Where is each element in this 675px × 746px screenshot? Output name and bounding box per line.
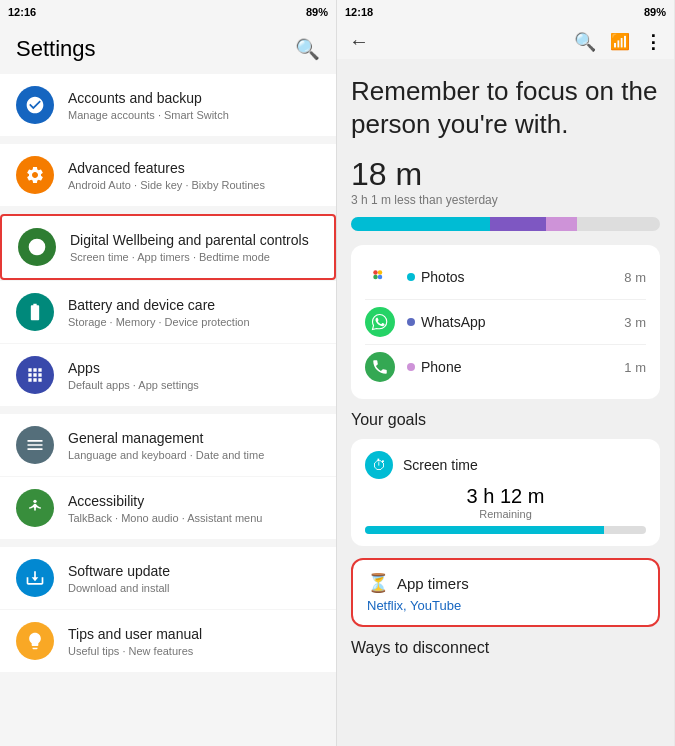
app-timers-apps[interactable]: Netflix, YouTube bbox=[367, 598, 644, 613]
settings-item-battery[interactable]: Battery and device care Storage · Memory… bbox=[0, 281, 336, 343]
screen-time-icon: ⏱ bbox=[365, 451, 393, 479]
right-panel: 12:18 89% ← 🔍 📶 ⋮ Remember to focus on t… bbox=[337, 0, 674, 746]
usage-row-whatsapp[interactable]: WhatsApp 3 m bbox=[365, 300, 646, 345]
software-title: Software update bbox=[68, 562, 320, 580]
right-time: 12:18 bbox=[345, 6, 373, 18]
accessibility-icon bbox=[16, 489, 54, 527]
phone-app-icon bbox=[365, 352, 395, 382]
apps-title: Apps bbox=[68, 359, 320, 377]
signal-icon: 📶 bbox=[610, 32, 630, 51]
goal-progress-bar bbox=[365, 526, 646, 534]
back-icon[interactable]: ← bbox=[349, 30, 369, 53]
photos-app-icon bbox=[365, 262, 395, 292]
whatsapp-app-time: 3 m bbox=[624, 315, 646, 330]
whatsapp-app-name: WhatsApp bbox=[421, 314, 624, 330]
right-header-icons: 🔍 📶 ⋮ bbox=[574, 31, 662, 53]
svg-point-5 bbox=[378, 270, 383, 275]
general-text: General management Language and keyboard… bbox=[68, 429, 320, 461]
settings-item-tips[interactable]: Tips and user manual Useful tips · New f… bbox=[0, 610, 336, 672]
left-battery: 89% bbox=[306, 6, 328, 18]
software-subtitle: Download and install bbox=[68, 582, 320, 594]
settings-item-accessibility[interactable]: Accessibility TalkBack · Mono audio · As… bbox=[0, 477, 336, 539]
search-icon[interactable]: 🔍 bbox=[295, 37, 320, 61]
wellbeing-subtitle: Screen time · App timers · Bedtime mode bbox=[70, 251, 318, 263]
progress-lavender bbox=[546, 217, 577, 231]
battery-text: Battery and device care Storage · Memory… bbox=[68, 296, 320, 328]
time-display: 18 m 3 h 1 m less than yesterday bbox=[351, 156, 660, 207]
settings-item-general[interactable]: General management Language and keyboard… bbox=[0, 414, 336, 476]
wellbeing-icon bbox=[18, 228, 56, 266]
usage-row-phone[interactable]: Phone 1 m bbox=[365, 345, 646, 389]
advanced-subtitle: Android Auto · Side key · Bixby Routines bbox=[68, 179, 320, 191]
whatsapp-dot bbox=[407, 318, 415, 326]
general-title: General management bbox=[68, 429, 320, 447]
screen-time-goal-card[interactable]: ⏱ Screen time 3 h 12 m Remaining bbox=[351, 439, 660, 546]
battery-subtitle: Storage · Memory · Device protection bbox=[68, 316, 320, 328]
accessibility-subtitle: TalkBack · Mono audio · Assistant menu bbox=[68, 512, 320, 524]
settings-item-advanced[interactable]: Advanced features Android Auto · Side ke… bbox=[0, 144, 336, 206]
svg-point-4 bbox=[373, 270, 378, 275]
screen-time-goal-label: Screen time bbox=[403, 457, 478, 473]
settings-item-apps[interactable]: Apps Default apps · App settings bbox=[0, 344, 336, 406]
settings-item-software[interactable]: Software update Download and install bbox=[0, 547, 336, 609]
svg-point-3 bbox=[33, 500, 36, 503]
svg-point-1 bbox=[34, 244, 36, 246]
accessibility-title: Accessibility bbox=[68, 492, 320, 510]
battery-icon bbox=[16, 293, 54, 331]
wellbeing-title: Digital Wellbeing and parental controls bbox=[70, 231, 318, 249]
advanced-icon bbox=[16, 156, 54, 194]
app-timers-label: App timers bbox=[397, 575, 469, 592]
phone-app-name: Phone bbox=[421, 359, 624, 375]
tips-subtitle: Useful tips · New features bbox=[68, 645, 320, 657]
photos-dot bbox=[407, 273, 415, 281]
screen-time-comparison: 3 h 1 m less than yesterday bbox=[351, 193, 660, 207]
svg-point-7 bbox=[378, 275, 383, 280]
advanced-text: Advanced features Android Auto · Side ke… bbox=[68, 159, 320, 191]
battery-title: Battery and device care bbox=[68, 296, 320, 314]
timer-icon: ⏳ bbox=[367, 572, 389, 594]
left-time: 12:16 bbox=[8, 6, 36, 18]
settings-list: Accounts and backup Manage accounts · Sm… bbox=[0, 70, 336, 746]
accounts-title: Accounts and backup bbox=[68, 89, 320, 107]
svg-point-2 bbox=[39, 244, 41, 246]
progress-teal bbox=[351, 217, 490, 231]
apps-text: Apps Default apps · App settings bbox=[68, 359, 320, 391]
left-status-bar: 12:16 89% bbox=[0, 0, 336, 24]
accounts-text: Accounts and backup Manage accounts · Sm… bbox=[68, 89, 320, 121]
more-icon[interactable]: ⋮ bbox=[644, 31, 662, 53]
software-icon bbox=[16, 559, 54, 597]
right-status-icons: 89% bbox=[644, 6, 666, 18]
general-icon bbox=[16, 426, 54, 464]
usage-row-photos[interactable]: Photos 8 m bbox=[365, 255, 646, 300]
photos-app-name: Photos bbox=[421, 269, 624, 285]
settings-header: Settings 🔍 bbox=[0, 24, 336, 70]
accounts-subtitle: Manage accounts · Smart Switch bbox=[68, 109, 320, 121]
tips-icon bbox=[16, 622, 54, 660]
goal-progress-fill bbox=[365, 526, 604, 534]
screen-time-remaining: Remaining bbox=[365, 508, 646, 520]
general-subtitle: Language and keyboard · Date and time bbox=[68, 449, 320, 461]
app-timers-card[interactable]: ⏳ App timers Netflix, YouTube bbox=[351, 558, 660, 627]
usage-progress-bar bbox=[351, 217, 660, 231]
screen-time-goal-value: 3 h 12 m bbox=[365, 485, 646, 508]
progress-purple bbox=[490, 217, 546, 231]
goals-section-title: Your goals bbox=[351, 411, 660, 429]
tips-title: Tips and user manual bbox=[68, 625, 320, 643]
settings-item-accounts[interactable]: Accounts and backup Manage accounts · Sm… bbox=[0, 74, 336, 136]
phone-app-time: 1 m bbox=[624, 360, 646, 375]
app-usage-card: Photos 8 m WhatsApp 3 m Phone 1 m bbox=[351, 245, 660, 399]
search-icon-right[interactable]: 🔍 bbox=[574, 31, 596, 53]
settings-item-wellbeing[interactable]: Digital Wellbeing and parental controls … bbox=[0, 214, 336, 280]
apps-icon bbox=[16, 356, 54, 394]
software-text: Software update Download and install bbox=[68, 562, 320, 594]
phone-dot bbox=[407, 363, 415, 371]
accessibility-text: Accessibility TalkBack · Mono audio · As… bbox=[68, 492, 320, 524]
right-nav-header: ← 🔍 📶 ⋮ bbox=[337, 24, 674, 59]
right-content: Remember to focus on the person you're w… bbox=[337, 59, 674, 746]
whatsapp-app-icon bbox=[365, 307, 395, 337]
settings-title: Settings bbox=[16, 36, 96, 62]
photos-app-time: 8 m bbox=[624, 270, 646, 285]
left-panel: 12:16 89% Settings 🔍 Accounts and backup… bbox=[0, 0, 337, 746]
svg-point-0 bbox=[29, 239, 46, 256]
ways-to-disconnect-title: Ways to disconnect bbox=[351, 639, 660, 657]
